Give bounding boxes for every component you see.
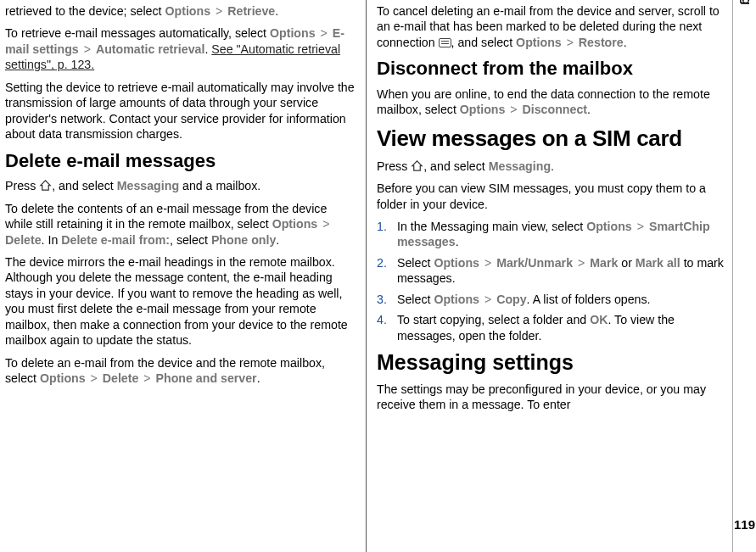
para-cancel-delete: To cancel deleting an e-mail from the de… (377, 3, 729, 50)
separator: > (573, 256, 590, 270)
step-number: 2. (377, 255, 387, 270)
step-item: 3. Select Options > Copy. A list of fold… (377, 292, 729, 307)
separator: > (316, 26, 333, 40)
option-label: Delete e-mail from: (61, 233, 170, 247)
option-label: Options (434, 293, 479, 306)
option-label: Mark (590, 256, 618, 270)
text: Select (397, 293, 434, 306)
option-label: Delete (103, 371, 139, 385)
separator: > (138, 371, 155, 385)
heading-sim-card: View messages on a SIM card (377, 125, 729, 153)
para-settings-intro: The settings may be preconfigured in you… (377, 382, 729, 413)
step-number: 1. (377, 219, 387, 234)
home-key-icon (39, 179, 52, 190)
text: To retrieve e-mail messages automaticall… (5, 26, 270, 40)
text: . (276, 233, 279, 247)
separator: > (210, 4, 227, 18)
option-label: Mark all (636, 256, 680, 270)
option-label: Options (165, 4, 210, 18)
para-copy-sim: Before you can view SIM messages, you mu… (377, 181, 729, 212)
text: Press (5, 179, 39, 192)
para-mirror-headings: The device mirrors the e-mail headings i… (5, 254, 357, 348)
option-label: Options (272, 217, 318, 231)
para-press-select: Press , and select Messaging and a mailb… (5, 178, 357, 193)
option-label: Mark/Unmark (496, 256, 573, 270)
para-retrieve: retrieved to the device; select Options … (5, 3, 357, 19)
text: . A list of folders opens. (527, 293, 651, 306)
option-label: OK (590, 313, 608, 326)
text: To start copying, select a folder and (397, 313, 590, 326)
text: . (257, 371, 260, 385)
text: , and select (423, 159, 489, 173)
text: retrieved to the device; select (5, 4, 165, 18)
option-label: Options (40, 371, 86, 385)
home-key-icon (411, 159, 423, 170)
document-page: retrieved to the device; select Options … (0, 0, 756, 552)
option-label: Messaging (117, 179, 179, 192)
option-label: Phone only (211, 233, 276, 247)
separator: > (632, 220, 649, 233)
section-label: Messaging (740, 0, 754, 5)
para-auto-retrieve: To retrieve e-mail messages automaticall… (5, 25, 357, 72)
para-delete-phone-only: To delete the contents of an e-mail mess… (5, 201, 357, 248)
text: or (618, 256, 636, 270)
option-label: Options (434, 256, 479, 270)
text: In the Messaging main view, select (397, 220, 586, 233)
text: . (275, 4, 278, 18)
text: . In (42, 233, 62, 247)
right-column: To cancel deleting an e-mail from the de… (367, 0, 732, 552)
marked-mail-icon (439, 38, 451, 47)
step-item: 1. In the Messaging main view, select Op… (377, 219, 729, 250)
text: . (456, 235, 459, 248)
separator: > (86, 371, 103, 385)
separator: > (505, 103, 522, 116)
step-item: 2. Select Options > Mark/Unmark > Mark o… (377, 255, 729, 287)
step-number: 3. (377, 292, 387, 307)
option-label: Copy (496, 293, 526, 306)
option-label: Options (460, 103, 506, 116)
option-label: Options (516, 36, 562, 49)
step-number: 4. (377, 312, 387, 327)
page-sidebar: Messaging 119 (732, 0, 756, 552)
option-label: Options (586, 220, 632, 233)
para-press-messaging: Press , and select Messaging. (377, 159, 729, 174)
text: Press (377, 159, 411, 173)
option-label: Options (270, 26, 316, 40)
separator: > (479, 293, 496, 306)
text: . (551, 159, 554, 173)
text: . (587, 103, 591, 116)
left-column: retrieved to the device; select Options … (0, 0, 367, 552)
option-label: Phone and server (156, 371, 257, 385)
text: , and select (451, 36, 517, 49)
option-label: Disconnect (523, 103, 587, 116)
heading-disconnect: Disconnect from the mailbox (377, 57, 729, 81)
heading-messaging-settings: Messaging settings (377, 348, 729, 376)
separator: > (79, 42, 96, 56)
step-item: 4. To start copying, select a folder and… (377, 312, 729, 343)
para-data-warning: Setting the device to retrieve e-mail au… (5, 80, 357, 142)
separator: > (479, 256, 496, 270)
option-label: Messaging (489, 159, 551, 173)
separator: > (562, 36, 579, 49)
text: . (624, 36, 627, 49)
para-disconnect: When you are online, to end the data con… (377, 86, 729, 118)
heading-delete-email: Delete e-mail messages (5, 149, 357, 174)
page-number: 119 (733, 517, 756, 532)
para-delete-phone-server: To delete an e-mail from the device and … (5, 355, 357, 387)
text: and a mailbox. (179, 179, 260, 192)
option-label: Delete (5, 233, 42, 247)
option-label: Retrieve (227, 4, 275, 18)
option-label: Automatic retrieval (96, 42, 205, 56)
text: , select (170, 233, 211, 247)
option-label: Restore (579, 36, 624, 49)
text: , and select (52, 179, 117, 192)
sim-steps-list: 1. In the Messaging main view, select Op… (377, 219, 729, 343)
text: Select (397, 256, 434, 270)
separator: > (317, 217, 331, 231)
